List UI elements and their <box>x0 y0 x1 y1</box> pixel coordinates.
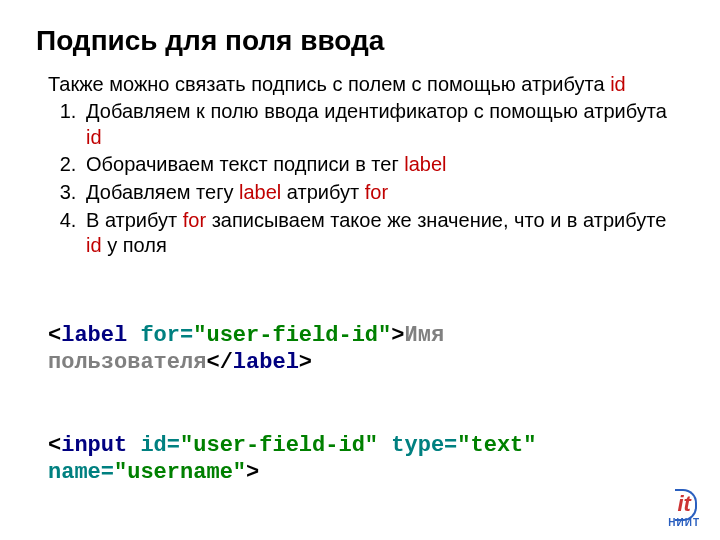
code-punct: > <box>299 350 312 375</box>
code-punct: < <box>48 433 61 458</box>
step-text: В атрибут <box>86 209 183 231</box>
code-attr: id= <box>140 433 180 458</box>
code-tag: label <box>61 323 127 348</box>
code-space <box>537 433 550 458</box>
step-keyword: label <box>404 153 446 175</box>
code-value: "username" <box>114 460 246 485</box>
code-line: <label for="user-field-id">Имя пользоват… <box>48 322 684 377</box>
step-text: атрибут <box>281 181 364 203</box>
step-text: Оборачиваем текст подписи в тег <box>86 153 404 175</box>
code-value: "user-field-id" <box>193 323 391 348</box>
step-keyword: for <box>365 181 388 203</box>
code-line: <input id="user-field-id" type="text" na… <box>48 432 684 487</box>
code-punct: < <box>48 323 61 348</box>
intro-paragraph: Также можно связать подпись с полем с по… <box>48 72 684 98</box>
step-text: у поля <box>102 234 167 256</box>
code-value: "user-field-id" <box>180 433 378 458</box>
code-punct: > <box>246 460 259 485</box>
slide-body: Также можно связать подпись с полем с по… <box>36 72 684 540</box>
code-value: "text" <box>457 433 536 458</box>
step-text: Добавляем к полю ввода идентификатор с п… <box>86 100 667 122</box>
step-text: записываем такое же значение, что и в ат… <box>206 209 666 231</box>
slide: Подпись для поля ввода Также можно связа… <box>0 0 720 540</box>
step-text: Добавляем тегу <box>86 181 239 203</box>
list-item: Оборачиваем текст подписи в тег label <box>82 152 684 178</box>
intro-keyword: id <box>610 73 626 95</box>
step-keyword: id <box>86 126 102 148</box>
logo-icon: it <box>677 493 690 515</box>
logo: it НИИТ <box>668 493 700 528</box>
code-space <box>127 323 140 348</box>
list-item: Добавляем тегу label атрибут for <box>82 180 684 206</box>
code-attr: for= <box>140 323 193 348</box>
intro-text: Также можно связать подпись с полем с по… <box>48 73 610 95</box>
slide-title: Подпись для поля ввода <box>36 24 684 58</box>
code-attr: name= <box>48 460 114 485</box>
code-space <box>127 433 140 458</box>
code-punct: </ <box>206 350 232 375</box>
list-item: В атрибут for записываем такое же значен… <box>82 208 684 259</box>
code-punct: > <box>391 323 404 348</box>
code-tag: label <box>233 350 299 375</box>
code-space <box>378 433 391 458</box>
code-tag: input <box>61 433 127 458</box>
code-attr: type= <box>391 433 457 458</box>
code-example: <label for="user-field-id">Имя пользоват… <box>48 267 684 540</box>
list-item: Добавляем к полю ввода идентификатор с п… <box>82 99 684 150</box>
steps-list: Добавляем к полю ввода идентификатор с п… <box>48 99 684 259</box>
step-keyword: label <box>239 181 281 203</box>
step-keyword: for <box>183 209 206 231</box>
step-keyword: id <box>86 234 102 256</box>
